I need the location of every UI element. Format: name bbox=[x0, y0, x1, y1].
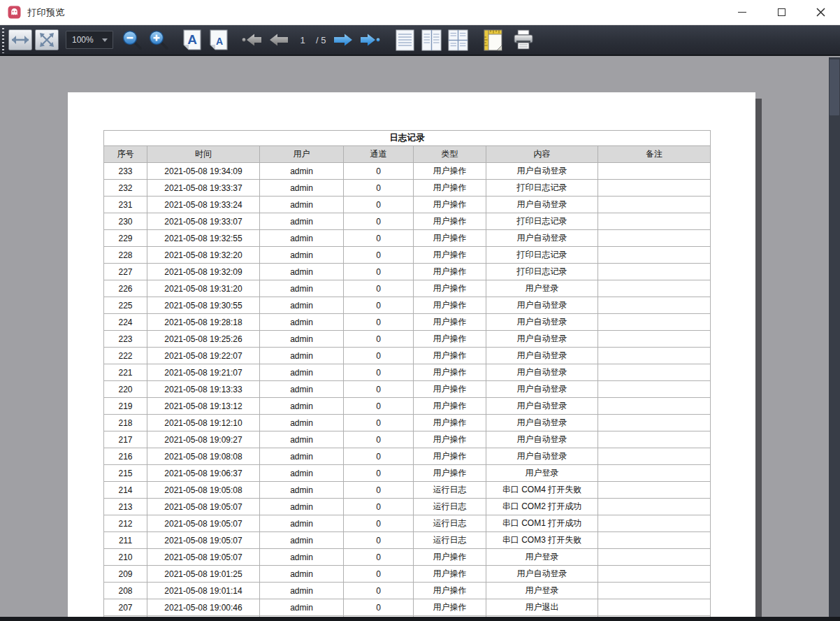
table-row: 2082021-05-08 19:01:14admin0用户操作用户登录 bbox=[104, 583, 711, 599]
table-row: 2122021-05-08 19:05:07admin0运行日志串口 COM1 … bbox=[104, 515, 711, 532]
print-preview-window: 打印预览 100% bbox=[0, 0, 840, 621]
table-row: 2232021-05-08 19:25:26admin0用户操作用户自动登录 bbox=[104, 331, 711, 348]
fit-page-icon bbox=[39, 32, 55, 48]
font-larger-icon: A bbox=[183, 29, 201, 50]
next-page-icon bbox=[333, 32, 353, 48]
maximize-button[interactable] bbox=[762, 0, 801, 24]
fit-width-button[interactable] bbox=[8, 29, 32, 50]
two-page-view-button[interactable] bbox=[419, 28, 443, 52]
print-button[interactable] bbox=[512, 28, 535, 52]
vertical-scrollbar[interactable] bbox=[829, 57, 840, 617]
prev-page-button[interactable] bbox=[267, 28, 291, 52]
zoom-out-button[interactable] bbox=[120, 28, 144, 52]
column-header: 用户 bbox=[260, 146, 344, 163]
zoom-level-value: 100% bbox=[66, 35, 102, 45]
svg-text:A: A bbox=[187, 32, 197, 47]
zoom-level-select[interactable]: 100% bbox=[66, 31, 113, 49]
table-row: 2212021-05-08 19:21:07admin0用户操作用户自动登录 bbox=[104, 364, 711, 381]
table-row: 2242021-05-08 19:28:18admin0用户操作用户自动登录 bbox=[104, 314, 711, 331]
zoom-out-icon bbox=[122, 29, 143, 50]
one-page-view-button[interactable] bbox=[393, 28, 417, 52]
chevron-down-icon bbox=[102, 38, 108, 42]
vertical-scrollbar-thumb[interactable] bbox=[830, 59, 839, 115]
preview-page: 日志记录 序号时间用户通道类型内容备注 2332021-05-08 19:34:… bbox=[68, 92, 755, 617]
font-smaller-icon: A bbox=[210, 29, 228, 50]
first-page-icon bbox=[242, 32, 263, 48]
preview-area: 日志记录 序号时间用户通道类型内容备注 2332021-05-08 19:34:… bbox=[0, 57, 840, 617]
maximize-icon bbox=[778, 8, 785, 16]
table-row: 2292021-05-08 19:32:55admin0用户操作用户自动登录 bbox=[104, 230, 711, 247]
table-row: 2172021-05-08 19:09:27admin0用户操作用户自动登录 bbox=[104, 431, 711, 448]
page-setup-button[interactable] bbox=[481, 28, 505, 52]
table-row: 2092021-05-08 19:01:25admin0用户操作用户自动登录 bbox=[104, 566, 711, 583]
table-row: 2252021-05-08 19:30:55admin0用户操作用户自动登录 bbox=[104, 297, 711, 314]
zoom-in-button[interactable] bbox=[147, 28, 171, 52]
log-table: 日志记录 序号时间用户通道类型内容备注 2332021-05-08 19:34:… bbox=[103, 130, 711, 617]
prev-page-icon bbox=[269, 32, 289, 48]
table-row: 2282021-05-08 19:32:20admin0用户操作打印日志记录 bbox=[104, 247, 711, 264]
table-row: 2312021-05-08 19:33:24admin0用户操作用户自动登录 bbox=[104, 197, 711, 213]
table-header-row: 序号时间用户通道类型内容备注 bbox=[104, 146, 711, 163]
next-page-button[interactable] bbox=[331, 28, 355, 52]
table-title-row: 日志记录 bbox=[104, 131, 711, 146]
table-row: 2182021-05-08 19:12:10admin0用户操作用户自动登录 bbox=[104, 415, 711, 431]
fit-width-icon bbox=[11, 34, 29, 45]
print-icon bbox=[512, 29, 535, 50]
table-row: 2322021-05-08 19:33:37admin0用户操作打印日志记录 bbox=[104, 180, 711, 197]
table-row: 2072021-05-08 19:00:46admin0用户操作用户退出 bbox=[104, 599, 711, 616]
table-row: 2202021-05-08 19:13:33admin0用户操作用户自动登录 bbox=[104, 381, 711, 398]
column-header: 通道 bbox=[344, 146, 414, 163]
minimize-icon bbox=[738, 12, 746, 13]
four-page-view-icon bbox=[448, 29, 468, 51]
page-setup-icon bbox=[484, 29, 502, 51]
page-number-input[interactable]: 1 bbox=[296, 35, 309, 45]
table-row: 2142021-05-08 19:05:08admin0运行日志串口 COM4 … bbox=[104, 482, 711, 499]
table-row: 2262021-05-08 19:31:20admin0用户操作用户登录 bbox=[104, 280, 711, 297]
last-page-icon bbox=[359, 32, 380, 48]
font-smaller-button[interactable]: A bbox=[207, 28, 231, 52]
table-row: 2102021-05-08 19:05:07admin0用户操作用户登录 bbox=[104, 549, 711, 566]
window-title: 打印预览 bbox=[27, 6, 65, 19]
font-larger-button[interactable]: A bbox=[180, 28, 204, 52]
zoom-in-icon bbox=[148, 29, 169, 50]
column-header: 类型 bbox=[414, 146, 486, 163]
column-header: 备注 bbox=[598, 146, 711, 163]
close-button[interactable] bbox=[801, 0, 840, 24]
column-header: 序号 bbox=[104, 146, 147, 163]
table-row: 2222021-05-08 19:22:07admin0用户操作用户自动登录 bbox=[104, 348, 711, 364]
table-row: 2192021-05-08 19:13:12admin0用户操作用户自动登录 bbox=[104, 398, 711, 415]
table-row: 2162021-05-08 19:08:08admin0用户操作用户自动登录 bbox=[104, 448, 711, 465]
first-page-button[interactable] bbox=[240, 28, 264, 52]
four-page-view-button[interactable] bbox=[446, 28, 470, 52]
table-row: 2132021-05-08 19:05:07admin0运行日志串口 COM2 … bbox=[104, 499, 711, 515]
one-page-view-icon bbox=[396, 29, 414, 51]
table-title: 日志记录 bbox=[104, 131, 711, 146]
horizontal-scrollbar[interactable] bbox=[0, 617, 840, 621]
table-row: 2152021-05-08 19:06:37admin0用户操作用户登录 bbox=[104, 465, 711, 482]
table-row: 2332021-05-08 19:34:09admin0用户操作用户自动登录 bbox=[104, 163, 711, 180]
table-row: 2272021-05-08 19:32:09admin0用户操作打印日志记录 bbox=[104, 264, 711, 280]
column-header: 时间 bbox=[147, 146, 260, 163]
titlebar: 打印预览 bbox=[0, 0, 840, 25]
toolbar-gripper[interactable] bbox=[2, 28, 4, 53]
minimize-button[interactable] bbox=[723, 0, 762, 24]
app-icon bbox=[8, 6, 21, 19]
page-indicator: 1 / 5 bbox=[296, 35, 326, 45]
toolbar: 100% bbox=[0, 25, 840, 56]
column-header: 内容 bbox=[486, 146, 598, 163]
table-row: 2302021-05-08 19:33:07admin0用户操作打印日志记录 bbox=[104, 213, 711, 230]
close-icon bbox=[816, 8, 825, 17]
table-row: 2112021-05-08 19:05:07admin0运行日志串口 COM3 … bbox=[104, 532, 711, 549]
last-page-button[interactable] bbox=[358, 28, 382, 52]
fit-page-button[interactable] bbox=[35, 29, 59, 50]
page-total-label: / 5 bbox=[316, 35, 326, 45]
svg-text:A: A bbox=[216, 36, 223, 47]
two-page-view-icon bbox=[421, 29, 442, 51]
